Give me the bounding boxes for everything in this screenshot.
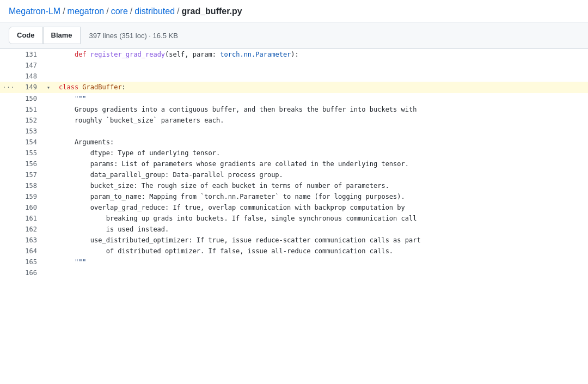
table-row: 165 """ — [0, 257, 588, 267]
code-line-content: roughly `bucket_size` parameters each. — [57, 115, 588, 126]
code-container: 131 def register_grad_ready(self, param:… — [0, 49, 588, 278]
line-number: 164 — [17, 246, 46, 257]
line-number: 163 — [17, 235, 46, 246]
code-tab[interactable]: Code — [9, 27, 43, 44]
line-number: 151 — [17, 104, 46, 115]
line-number: 147 — [17, 60, 46, 71]
dots-gutter — [0, 267, 17, 278]
table-row: 131 def register_grad_ready(self, param:… — [0, 49, 588, 60]
dots-gutter — [0, 235, 17, 246]
chevron-col — [46, 180, 57, 191]
line-number: 153 — [17, 126, 46, 137]
dots-gutter — [0, 60, 17, 71]
chevron-col — [46, 257, 57, 267]
chevron-col — [46, 148, 57, 159]
code-line-content: param_to_name: Mapping from `torch.nn.Pa… — [57, 191, 588, 202]
breadcrumb-repo[interactable]: Megatron-LM — [9, 7, 60, 16]
chevron-col — [46, 126, 57, 137]
chevron-col — [46, 202, 57, 213]
dots-gutter — [0, 49, 17, 60]
dots-gutter — [0, 246, 17, 257]
table-row: 156 params: List of parameters whose gra… — [0, 159, 588, 169]
table-row: 157 data_parallel_group: Data-parallel p… — [0, 169, 588, 180]
chevron-col[interactable]: ▾ — [46, 82, 57, 93]
dots-gutter — [0, 202, 17, 213]
line-number: 159 — [17, 191, 46, 202]
chevron-col — [46, 60, 57, 71]
breadcrumb: Megatron-LM / megatron / core / distribu… — [9, 7, 579, 16]
table-row: 160 overlap_grad_reduce: If true, overla… — [0, 202, 588, 213]
code-line-content: Arguments: — [57, 137, 588, 148]
chevron-col — [46, 213, 57, 224]
code-line-content: def register_grad_ready(self, param: tor… — [57, 49, 588, 60]
code-line-content: """ — [57, 93, 588, 104]
dots-gutter — [0, 180, 17, 191]
dots-gutter — [0, 213, 17, 224]
dots-gutter — [0, 71, 17, 82]
line-number: 162 — [17, 224, 46, 235]
chevron-col — [46, 224, 57, 235]
toolbar: Code Blame 397 lines (351 loc) · 16.5 KB — [0, 22, 588, 49]
code-line-content: use_distributed_optimizer: If true, issu… — [57, 235, 588, 246]
table-row: 162 is used instead. — [0, 224, 588, 235]
chevron-col — [46, 115, 57, 126]
code-line-content: breaking up grads into buckets. If false… — [57, 213, 588, 224]
code-line-content — [57, 60, 588, 71]
chevron-down-icon[interactable]: ▾ — [47, 82, 50, 93]
chevron-col — [46, 235, 57, 246]
breadcrumb-bar: Megatron-LM / megatron / core / distribu… — [0, 0, 588, 22]
table-row: 161 breaking up grads into buckets. If f… — [0, 213, 588, 224]
line-number: 152 — [17, 115, 46, 126]
code-line-content — [57, 126, 588, 137]
dots-gutter[interactable]: ··· — [0, 82, 17, 93]
table-row: ···149▾class GradBuffer: — [0, 82, 588, 93]
dots-gutter — [0, 104, 17, 115]
line-number: 156 — [17, 159, 46, 169]
line-number: 154 — [17, 137, 46, 148]
code-line-content: bucket_size: The rough size of each buck… — [57, 180, 588, 191]
chevron-col — [46, 137, 57, 148]
code-line-content: """ — [57, 257, 588, 267]
file-info: 397 lines (351 loc) · 16.5 KB — [89, 32, 178, 40]
line-number: 161 — [17, 213, 46, 224]
breadcrumb-distributed[interactable]: distributed — [134, 7, 175, 16]
chevron-col — [46, 71, 57, 82]
line-number: 155 — [17, 148, 46, 159]
line-number: 131 — [17, 49, 46, 60]
table-row: 153 — [0, 126, 588, 137]
code-table: 131 def register_grad_ready(self, param:… — [0, 49, 588, 278]
code-line-content — [57, 267, 588, 278]
table-row: 151 Groups gradients into a contiguous b… — [0, 104, 588, 115]
table-row: 159 param_to_name: Mapping from `torch.n… — [0, 191, 588, 202]
chevron-col — [46, 246, 57, 257]
code-line-content: Groups gradients into a contiguous buffe… — [57, 104, 588, 115]
table-row: 150 """ — [0, 93, 588, 104]
dots-gutter — [0, 159, 17, 169]
chevron-col — [46, 191, 57, 202]
dots-icon[interactable]: ··· — [3, 82, 15, 93]
chevron-col — [46, 169, 57, 180]
dots-gutter — [0, 126, 17, 137]
table-row: 166 — [0, 267, 588, 278]
table-row: 163 use_distributed_optimizer: If true, … — [0, 235, 588, 246]
line-number: 158 — [17, 180, 46, 191]
code-line-content: overlap_grad_reduce: If true, overlap co… — [57, 202, 588, 213]
breadcrumb-sep-3: / — [130, 7, 132, 16]
table-row: 158 bucket_size: The rough size of each … — [0, 180, 588, 191]
breadcrumb-megatron[interactable]: megatron — [68, 7, 105, 16]
chevron-col — [46, 93, 57, 104]
breadcrumb-filename: grad_buffer.py — [182, 7, 242, 16]
code-line-content: dtype: Type of underlying tensor. — [57, 148, 588, 159]
table-row: 164 of distributed optimizer. If false, … — [0, 246, 588, 257]
table-row: 152 roughly `bucket_size` parameters eac… — [0, 115, 588, 126]
chevron-col — [46, 159, 57, 169]
table-row: 148 — [0, 71, 588, 82]
line-number: 149 — [17, 82, 46, 93]
line-number: 165 — [17, 257, 46, 267]
chevron-col — [46, 104, 57, 115]
dots-gutter — [0, 191, 17, 202]
breadcrumb-core[interactable]: core — [111, 7, 128, 16]
chevron-col — [46, 267, 57, 278]
table-row: 154 Arguments: — [0, 137, 588, 148]
blame-tab[interactable]: Blame — [43, 27, 81, 44]
